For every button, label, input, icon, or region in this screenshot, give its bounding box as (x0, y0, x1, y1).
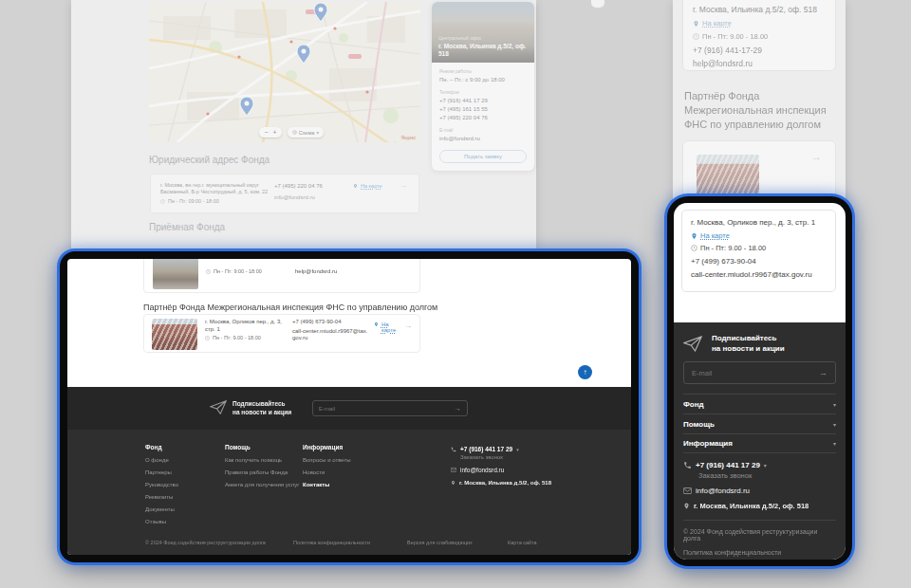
callback-link[interactable]: Заказать звонок (460, 454, 551, 460)
footer-link-contacts[interactable]: Контакты (303, 482, 351, 487)
subscribe-strip: Подписывайтесь на новости и акции → (67, 387, 631, 430)
footer-email[interactable]: info@fondsrd.ru (460, 467, 504, 473)
callback-link[interactable]: Заказать звонок (698, 471, 836, 480)
scroll-top-button[interactable]: ↑ (578, 365, 592, 379)
legal-address-title: Юридический адрес Фонда (149, 155, 270, 165)
globe-icon (292, 130, 297, 135)
tablet-device-frame: Пн - Пт: 9:00 - 18:00 help@fondsrd.ru Па… (60, 251, 639, 562)
phone-device-frame: г. Москва, Орликов пер., д. 3, стр. 1 На… (667, 196, 852, 566)
hours-label: Режим работы (439, 68, 527, 74)
partner-address: г. Москва, Орликов пер., д. 3, стр. 1 (691, 218, 827, 227)
map-link[interactable]: На карте (361, 183, 382, 189)
map[interactable]: − + Схема ▾ Яндекс (149, 2, 420, 142)
footer-email[interactable]: info@fondsrd.ru (696, 487, 750, 495)
legal-address-card: г. Москва, вн.тер.г. муниципальный округ… (150, 174, 419, 213)
partner-email[interactable]: call-center.miudol.r9967@tax.gov.ru (691, 270, 827, 279)
phone-value[interactable]: +7 (495) 161 15 55 (439, 105, 527, 114)
partner-section-title: Партнёр Фонда Межрегиональная инспекция … (684, 89, 827, 132)
footer: Подписывайтесь на новости и акции → Фонд… (674, 322, 846, 560)
phone-screen: г. Москва, Орликов пер., д. 3, стр. 1 На… (674, 203, 846, 560)
footer-phone[interactable]: +7 (916) 441 17 29 (460, 446, 512, 452)
clock-icon (160, 199, 165, 204)
privacy-link[interactable]: Политика конфиденциальности (683, 549, 836, 556)
paper-plane-icon (683, 336, 702, 352)
map-attribution: Яндекс (401, 136, 416, 140)
office-card: г. Москва, Ильинка д.5/2, оф. 518 На кар… (682, 0, 836, 71)
reception-email[interactable]: help@fondsrd.ru (295, 268, 375, 276)
office-photo-address: г. Москва, Ильинка д.5/2, оф. 518 (438, 43, 529, 58)
map-link[interactable]: На карте (700, 231, 730, 240)
subscribe-title: Подписывайтесь (232, 399, 291, 408)
map-link[interactable]: На карте (702, 19, 732, 28)
footer-link[interactable]: О фонде (145, 457, 178, 463)
footer-link[interactable]: Как получить помощь (225, 457, 299, 463)
chevron-down-icon: ▾ (316, 129, 319, 136)
legal-phone[interactable]: +7 (495) 220 04 76 (274, 183, 323, 189)
legal-hours: Пн - Пт: 09:00 - 18:00 (168, 198, 219, 205)
map-pin-icon (353, 183, 358, 189)
partner-phone[interactable]: +7 (499) 673-90-04 (292, 319, 370, 326)
central-office-card: Центральный офис г. Москва, Ильинка д.5/… (432, 2, 534, 171)
copyright-text: © 2024 Фонд содействия реструктуризации … (683, 528, 836, 542)
reception-title: Приёмная Фонда (149, 222, 225, 232)
office-phone[interactable]: +7 (916) 441-17-29 (693, 46, 762, 55)
partner-phone[interactable]: +7 (499) 673-90-04 (691, 257, 827, 266)
map-pin-icon (691, 232, 697, 240)
copyright-text: © 2024 Фонд содействия реструктуризации … (145, 540, 266, 545)
arrow-right-icon[interactable]: → (811, 151, 822, 162)
sitemap-link[interactable]: Карта сайта (508, 540, 537, 545)
footer-link[interactable]: Новости (303, 469, 351, 475)
footer-link[interactable]: Отзывы (145, 519, 178, 524)
phone-value[interactable]: +7 (495) 220 04 76 (439, 114, 527, 122)
partner-hours: Пн - Пт: 9.00 - 18.00 (700, 244, 766, 252)
menu-item-fond[interactable]: Фонд ▾ (683, 394, 836, 413)
footer-link[interactable]: Анкета для получения услуг (225, 482, 299, 487)
phone-icon (451, 447, 456, 452)
footer-link[interactable]: Правила работы Фонда (225, 469, 299, 475)
subscribe-title: Подписывайтесь (712, 333, 785, 343)
arrow-right-icon[interactable]: → (400, 181, 407, 190)
office-email[interactable]: help@fondsrd.ru (693, 59, 753, 68)
footer-main: Фонд О фонде Партнеры Руководство Реквиз… (67, 430, 631, 555)
footer: Подписывайтесь на новости и акции → Фонд… (67, 387, 631, 555)
footer-link[interactable]: Документы (145, 506, 178, 512)
legal-email[interactable]: info@fondsrd.ru (274, 194, 323, 200)
footer-phone[interactable]: +7 (916) 441 17 29 (696, 461, 760, 469)
map-link[interactable]: На карте (381, 322, 404, 333)
zoom-in-button[interactable]: + (273, 129, 277, 136)
envelope-icon (451, 468, 456, 472)
map-zoom-control[interactable]: − + (259, 127, 282, 138)
subscribe-submit-arrow[interactable]: → (455, 405, 461, 412)
subscribe-submit-arrow[interactable]: → (819, 368, 827, 377)
phone-value[interactable]: +7 (916) 441 17 29 (439, 97, 527, 105)
footer-link[interactable]: Партнеры (145, 469, 178, 475)
footer-address: г. Москва, Ильинка д.5/2, оф. 518 (694, 502, 809, 510)
footer-link[interactable]: Руководство (145, 482, 178, 487)
accessibility-link[interactable]: Версия для слабовидящих (407, 540, 473, 545)
chevron-down-icon: ▾ (516, 447, 519, 452)
partner-section-title: Партнёр Фонда Межрегиональная инспекция … (143, 303, 437, 312)
menu-item-info[interactable]: Информация ▾ (683, 433, 836, 453)
footer-link[interactable]: Реквизиты (145, 494, 178, 500)
arrow-right-icon[interactable]: → (404, 322, 412, 348)
footer-link[interactable]: Вопросы и ответы (303, 457, 351, 463)
submit-request-button[interactable]: Подать заявку (439, 150, 527, 163)
chevron-down-icon: ▾ (833, 421, 836, 428)
partner-email[interactable]: call-center.miudol.r9967@tax.gov.ru (292, 328, 370, 342)
clock-icon (205, 336, 210, 340)
map-layer-select[interactable]: Схема ▾ (288, 127, 324, 138)
privacy-link[interactable]: Политика конфиденциальности (293, 540, 370, 545)
partner-address: г. Москва, Орликов пер., д. 3, стр. 1 (205, 319, 287, 333)
office-photo-label: Центральный офис (438, 35, 529, 41)
partner-card: г. Москва, Орликов пер., д. 3, стр. 1 Пн… (143, 314, 420, 353)
zoom-out-button[interactable]: − (264, 129, 268, 136)
menu-item-help[interactable]: Помощь ▾ (683, 413, 836, 433)
subscribe-email-input[interactable] (692, 369, 819, 377)
office-hours: Пн - Пт: 9.00 - 18.00 (702, 32, 768, 41)
footer-column-title: Фонд (145, 444, 178, 450)
map-graphic (149, 2, 420, 142)
email-value[interactable]: info@fondsrd.ru (439, 135, 527, 143)
reception-card: Пн - Пт: 9:00 - 18:00 help@fondsrd.ru (143, 259, 420, 293)
subscribe-title: на новости и акции (712, 343, 785, 354)
subscribe-email-input[interactable] (319, 406, 455, 412)
